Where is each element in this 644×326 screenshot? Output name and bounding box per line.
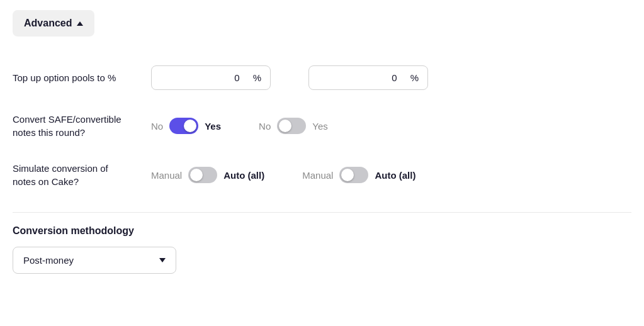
simulate-manual-label-2: Manual [302,170,333,181]
simulate-auto-label-1: Auto (all) [223,170,264,181]
simulate-toggle-2: Manual Auto (all) [302,167,415,183]
convert-safe-toggle-track-2[interactable] [277,118,306,134]
convert-safe-controls: No Yes No Yes [151,118,631,134]
simulate-manual-label-1: Manual [151,170,182,181]
convert-safe-row: Convert SAFE/convertible notes this roun… [13,101,631,150]
conversion-section: Conversion methodology Post-money [13,225,631,274]
top-up-input-1[interactable] [161,72,249,83]
convert-safe-no-label-2: No [259,121,271,132]
simulate-toggle-1: Manual Auto (all) [151,167,264,183]
convert-safe-toggle-2: No Yes [259,118,328,134]
top-up-row: Top up option pools to % % % [13,54,631,101]
convert-safe-toggle-thumb-2 [279,120,291,132]
convert-safe-yes-label-2: Yes [312,121,327,132]
simulate-controls: Manual Auto (all) Manual Auto (all) [151,167,631,183]
convert-safe-toggle-track-1[interactable] [169,118,198,134]
chevron-up-icon [77,21,83,26]
conversion-title: Conversion methodology [13,225,631,237]
convert-safe-toggle-1: No Yes [151,118,221,134]
simulate-label: Simulate conversion of notes on Cake? [13,162,151,188]
dropdown-arrow-icon [159,258,166,262]
conversion-dropdown[interactable]: Post-money [13,247,176,274]
section-divider [13,212,631,213]
advanced-label: Advanced [24,18,72,29]
simulate-toggle-track-2[interactable] [339,167,368,183]
convert-safe-label: Convert SAFE/convertible notes this roun… [13,113,151,139]
top-up-input-2[interactable] [318,72,407,83]
top-up-label: Top up option pools to % [13,71,151,84]
convert-safe-yes-label-1: Yes [205,121,221,132]
top-up-input-2-wrap[interactable]: % [308,65,428,90]
simulate-toggle-thumb-1 [190,169,203,181]
top-up-controls: % % [151,65,631,90]
percent-sign-1: % [253,72,261,83]
simulate-row: Simulate conversion of notes on Cake? Ma… [13,150,631,200]
advanced-button[interactable]: Advanced [13,10,94,37]
top-up-input-1-wrap[interactable]: % [151,65,271,90]
convert-safe-no-label-1: No [151,121,163,132]
main-container: Advanced Top up option pools to % % % [0,0,644,284]
conversion-dropdown-value: Post-money [23,255,74,266]
simulate-toggle-thumb-2 [341,169,354,181]
simulate-auto-label-2: Auto (all) [375,170,415,181]
convert-safe-toggle-thumb-1 [184,120,196,132]
percent-sign-2: % [410,72,419,83]
simulate-toggle-track-1[interactable] [188,167,217,183]
advanced-section: Top up option pools to % % % Convert SAF… [13,54,631,200]
